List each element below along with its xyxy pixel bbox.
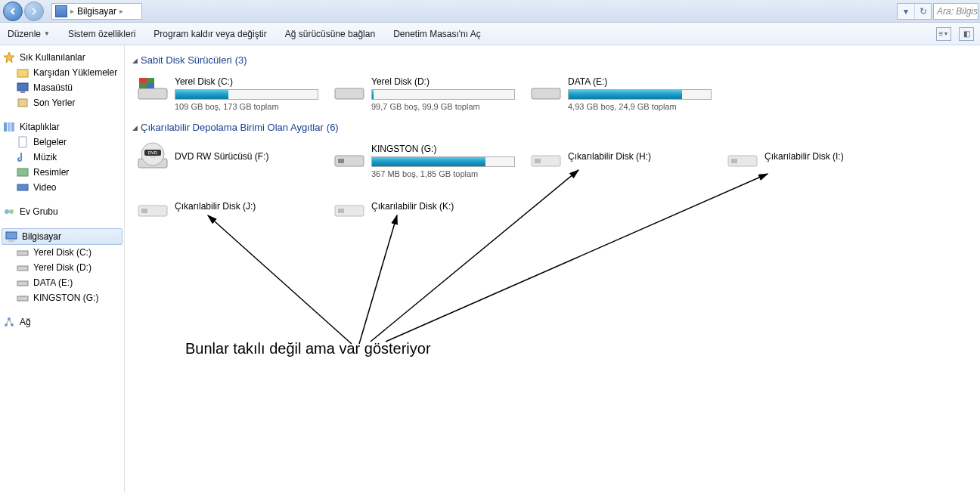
drive-stats: 109 GB boş, 173 GB toplam (175, 102, 324, 111)
sidebar-desktop[interactable]: Masaüstü (0, 80, 124, 95)
drive-label: DVD RW Sürücüsü (F:) (175, 151, 324, 162)
drive-label: Yerel Disk (D:) (371, 76, 521, 87)
system-properties-button[interactable]: Sistem özellikleri (68, 29, 135, 39)
sidebar-videos[interactable]: Video (0, 180, 124, 195)
svg-text:DVD: DVD (148, 150, 158, 155)
svg-rect-15 (17, 251, 28, 255)
sidebar-computer[interactable]: Bilgisayar (2, 228, 122, 245)
svg-line-44 (359, 215, 397, 344)
annotation-text: Bunlar takılı değil ama var gösteriyor (185, 340, 431, 357)
sidebar-libraries[interactable]: Kitaplıklar (0, 119, 124, 135)
video-icon (17, 181, 29, 193)
svg-point-12 (9, 209, 14, 214)
drive-e[interactable]: DATA (E:) 4,93 GB boş, 24,9 GB toplam (526, 72, 722, 114)
removable-drive-icon (727, 142, 758, 171)
hdd-icon (333, 75, 365, 104)
drive-d[interactable]: Yerel Disk (D:) 99,7 GB boş, 99,9 GB top… (329, 72, 526, 114)
navigation-pane: Sık Kullanılanlar Karşıdan Yüklemeler Ma… (0, 45, 125, 492)
nav-forward-button[interactable] (24, 2, 44, 21)
network-icon (3, 316, 15, 328)
dvd-icon: DVD (137, 142, 169, 171)
drive-label: Çıkarılabilir Disk (J:) (175, 201, 324, 212)
hdd-icon (137, 75, 169, 104)
svg-rect-38 (731, 159, 737, 163)
svg-rect-7 (11, 122, 14, 132)
breadcrumb-location[interactable]: Bilgisayar (77, 6, 116, 17)
drive-c[interactable]: Yerel Disk (C:) 109 GB boş, 173 GB topla… (132, 72, 329, 114)
drive-label: KINGSTON (G:) (371, 144, 521, 154)
main-area: Sık Kullanılanlar Karşıdan Yüklemeler Ma… (0, 45, 980, 492)
sidebar-drive-d[interactable]: Yerel Disk (D:) (0, 260, 124, 275)
drive-i[interactable]: Çıkarılabilir Disk (I:) (722, 139, 919, 181)
svg-rect-3 (20, 91, 25, 93)
drive-label: Çıkarılabilir Disk (I:) (764, 151, 914, 162)
search-placeholder: Ara: Bilgis (937, 6, 978, 17)
sidebar-music[interactable]: Müzik (0, 150, 124, 165)
drive-g[interactable]: KINGSTON (G:) 367 MB boş, 1,85 GB toplam (329, 139, 526, 181)
view-options-button[interactable]: ≡▼ (936, 27, 951, 41)
svg-rect-5 (4, 122, 7, 132)
svg-rect-4 (18, 99, 27, 107)
svg-rect-36 (535, 159, 541, 163)
svg-rect-6 (8, 122, 11, 132)
drive-stats: 4,93 GB boş, 24,9 GB toplam (568, 102, 718, 111)
svg-rect-24 (139, 78, 147, 83)
space-bar (371, 89, 515, 100)
svg-point-11 (5, 209, 9, 214)
drive-icon (17, 277, 29, 289)
breadcrumb[interactable]: ▸ Bilgisayar ▸ (51, 3, 142, 20)
drive-icon (17, 261, 29, 274)
drive-label: DATA (E:) (568, 76, 718, 87)
svg-rect-17 (17, 281, 28, 286)
drive-h[interactable]: Çıkarılabilir Disk (H:) (526, 139, 722, 181)
computer-icon (5, 231, 17, 243)
removable-drive-icon (137, 192, 169, 221)
uninstall-program-button[interactable]: Program kaldır veya değiştir (154, 29, 266, 39)
collapse-icon: ◢ (132, 124, 138, 132)
svg-rect-8 (19, 137, 26, 147)
svg-line-43 (208, 215, 352, 344)
drive-icon (17, 246, 29, 258)
preview-pane-button[interactable]: ◧ (959, 27, 974, 41)
svg-rect-9 (17, 169, 28, 176)
organize-button[interactable]: Düzenle ▼ (8, 29, 50, 39)
computer-icon (55, 5, 67, 17)
sidebar-recent[interactable]: Son Yerler (0, 95, 124, 110)
address-actions: ▾ ↻ (897, 3, 932, 20)
drive-icon (17, 292, 29, 304)
toolbar: Düzenle ▼ Sistem özellikleri Program kal… (0, 23, 980, 45)
drive-label: Yerel Disk (C:) (175, 76, 324, 87)
removable-drive-icon (333, 142, 365, 171)
nav-back-button[interactable] (3, 2, 23, 21)
drive-j[interactable]: Çıkarılabilir Disk (J:) (132, 189, 329, 224)
sidebar-documents[interactable]: Belgeler (0, 135, 124, 150)
drive-f[interactable]: DVD DVD RW Sürücüsü (F:) (132, 139, 329, 181)
chevron-right-icon: ▸ (119, 7, 123, 15)
sidebar-favorites[interactable]: Sık Kullanılanlar (0, 50, 124, 65)
sidebar-drive-g[interactable]: KINGSTON (G:) (0, 290, 124, 305)
drive-k[interactable]: Çıkarılabilir Disk (K:) (329, 189, 526, 224)
map-network-drive-button[interactable]: Ağ sürücüsüne bağlan (285, 29, 375, 39)
section-hdd[interactable]: ◢ Sabit Disk Sürücüleri (3) (132, 54, 972, 66)
removable-drive-icon (530, 142, 562, 171)
removable-drive-icon (333, 192, 365, 221)
refresh-button[interactable]: ↻ (914, 4, 931, 19)
sidebar-drive-e[interactable]: DATA (E:) (0, 275, 124, 290)
svg-rect-27 (532, 88, 560, 99)
section-removable[interactable]: ◢ Çıkarılabilir Depolama Birimi Olan Ayg… (132, 122, 972, 133)
chevron-down-icon: ▼ (44, 30, 50, 37)
hdd-icon (530, 75, 562, 104)
drive-stats: 99,7 GB boş, 99,9 GB toplam (371, 102, 521, 111)
content-pane: ◢ Sabit Disk Sürücüleri (3) Yerel Disk (… (125, 45, 980, 492)
space-bar (568, 89, 712, 100)
sidebar-network[interactable]: Ağ (0, 314, 124, 330)
sidebar-pictures[interactable]: Resimler (0, 165, 124, 180)
svg-rect-14 (8, 240, 14, 242)
sidebar-homegroup[interactable]: Ev Grubu (0, 204, 124, 219)
pictures-icon (17, 166, 29, 178)
open-control-panel-button[interactable]: Denetim Masası'nı Aç (393, 29, 481, 39)
sidebar-downloads[interactable]: Karşıdan Yüklemeler (0, 65, 124, 80)
history-dropdown-button[interactable]: ▾ (898, 4, 914, 19)
sidebar-drive-c[interactable]: Yerel Disk (C:) (0, 245, 124, 260)
search-input[interactable]: Ara: Bilgis (933, 3, 978, 20)
